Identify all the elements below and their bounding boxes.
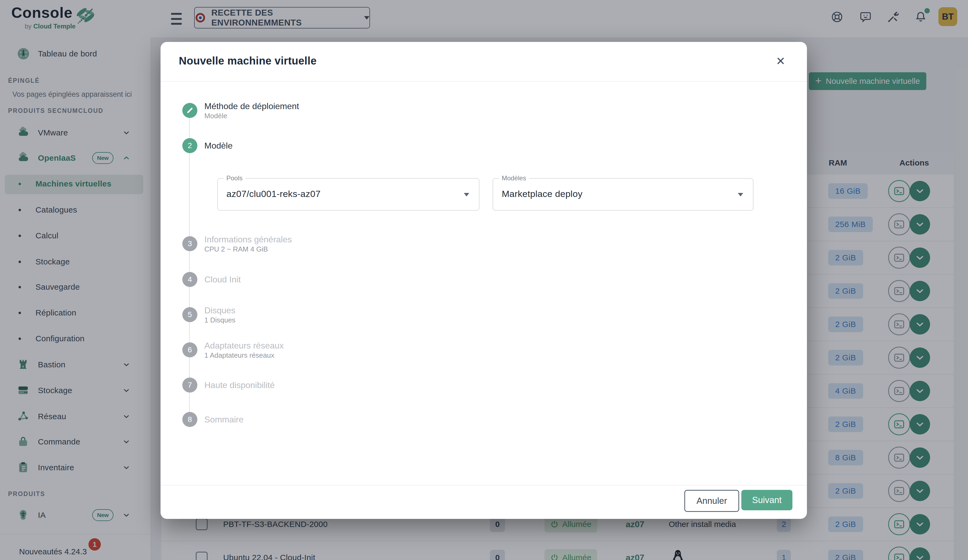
step-number: 5 <box>182 307 197 322</box>
step-title: Sommaire <box>204 414 244 425</box>
step-subtitle: Modèle <box>204 112 299 120</box>
step-cloud-init[interactable]: 4 Cloud Init <box>182 269 240 290</box>
step-title: Haute disponibilité <box>204 380 275 390</box>
caret-down-icon <box>738 193 743 197</box>
next-button[interactable]: Suivant <box>741 490 792 510</box>
step-title: Cloud Init <box>204 274 240 285</box>
step-adaptateurs-reseaux[interactable]: 6 Adaptateurs réseaux 1 Adaptateurs rése… <box>182 339 283 361</box>
step-title: Informations générales <box>204 234 292 245</box>
step-informations-generales[interactable]: 3 Informations générales CPU 2 ~ RAM 4 G… <box>182 233 292 254</box>
step-title: Méthode de déploiement <box>204 101 299 112</box>
step-methode-deploiement[interactable]: Méthode de déploiement Modèle <box>182 100 299 121</box>
models-select[interactable]: Modèles Marketplace deploy <box>492 178 753 211</box>
step-title: Disques <box>204 305 235 316</box>
step-number: 2 <box>182 138 197 153</box>
pools-value: az07/clu001-reks-az07 <box>226 179 320 209</box>
step-title: Modèle <box>204 140 233 151</box>
step-modele[interactable]: 2 Modèle <box>182 135 233 156</box>
pools-select[interactable]: Pools az07/clu001-reks-az07 <box>217 178 479 211</box>
step-title: Adaptateurs réseaux <box>204 340 283 351</box>
step-number: 8 <box>182 412 197 427</box>
pencil-icon <box>182 103 197 118</box>
close-icon[interactable]: ✕ <box>773 53 788 69</box>
step-number: 4 <box>182 272 197 287</box>
step-subtitle: CPU 2 ~ RAM 4 GiB <box>204 245 292 253</box>
step-haute-disponibilite[interactable]: 7 Haute disponibilité <box>182 374 275 396</box>
app-screen: Console by Cloud Temple Tableau de bord <box>0 0 968 560</box>
step-sommaire[interactable]: 8 Sommaire <box>182 409 244 430</box>
step-subtitle: 1 Adaptateurs réseaux <box>204 351 283 360</box>
divider <box>161 485 807 486</box>
new-vm-modal: Nouvelle machine virtuelle ✕ Méthode de … <box>161 42 807 519</box>
models-value: Marketplace deploy <box>502 179 582 209</box>
cancel-button[interactable]: Annuler <box>685 490 739 512</box>
step-number: 7 <box>182 378 197 393</box>
step-subtitle: 1 Disques <box>204 316 235 324</box>
modal-title: Nouvelle machine virtuelle <box>179 55 317 67</box>
caret-down-icon <box>464 193 469 197</box>
divider <box>161 81 807 82</box>
step-number: 3 <box>182 236 197 251</box>
step-number: 6 <box>182 342 197 357</box>
step-disques[interactable]: 5 Disques 1 Disques <box>182 304 235 325</box>
